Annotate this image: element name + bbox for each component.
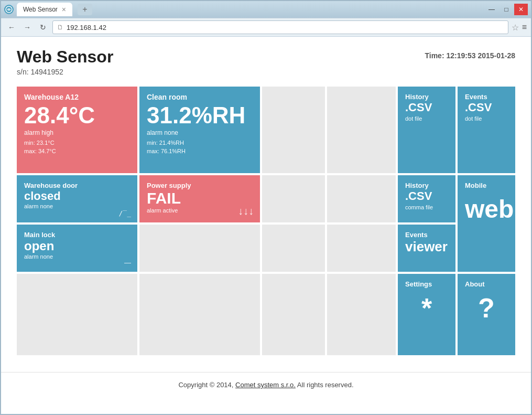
menu-icon[interactable]: ≡ xyxy=(522,23,527,32)
time-label: Time: xyxy=(425,51,444,60)
empty-cell-5 xyxy=(327,175,396,222)
events-csv-dot-value: .CSV xyxy=(465,101,508,114)
settings-icon: * xyxy=(405,292,448,324)
events-csv-dot-label: Events xyxy=(465,93,508,101)
title-bar: Web Sensor × + — □ ✕ xyxy=(1,1,531,18)
warehouse-door-alarm: alarm none xyxy=(24,203,130,209)
warehouse-a12-value: 28.4°C xyxy=(24,104,130,127)
new-tab-button[interactable]: + xyxy=(78,4,92,15)
mobile-web-value: web xyxy=(465,195,508,224)
settings-cell[interactable]: Settings* xyxy=(398,274,455,355)
browser-window: Web Sensor × + — □ ✕ ← → ↻ 🗋 192.168.1.4… xyxy=(0,0,532,415)
clean-room-value: 31.2%RH xyxy=(147,104,253,127)
about-icon: ? xyxy=(465,292,508,324)
empty-cell-1 xyxy=(262,87,325,173)
power-supply-value: FAIL xyxy=(147,189,253,207)
main-lock-alarm: alarm none xyxy=(24,253,130,260)
warehouse-a12-cell[interactable]: Warehouse A12 28.4°C alarm high min: 23.… xyxy=(17,87,137,173)
events-viewer-cell[interactable]: Events viewer xyxy=(398,225,455,272)
footer-link[interactable]: Comet system s.r.o. xyxy=(235,381,296,389)
history-csv-dot-cell[interactable]: History .CSV dot file xyxy=(398,87,455,173)
events-viewer-label: Events xyxy=(405,231,448,239)
about-label: About xyxy=(465,280,508,288)
empty-cell-bottom-1 xyxy=(17,274,137,355)
forward-button[interactable]: → xyxy=(21,21,34,34)
main-lock-icon: — xyxy=(124,259,131,267)
refresh-button[interactable]: ↻ xyxy=(37,21,49,34)
empty-cell-6 xyxy=(262,225,325,272)
warehouse-a12-alarm: alarm high xyxy=(24,129,130,136)
clean-room-alarm: alarm none xyxy=(147,129,253,136)
site-info: Web Sensor s/n: 14941952 xyxy=(17,47,113,76)
serial-number: 14941952 xyxy=(30,68,63,76)
site-title: Web Sensor xyxy=(17,47,113,67)
history-csv-dot-value: .CSV xyxy=(405,101,448,114)
address-text: 192.168.1.42 xyxy=(67,24,504,31)
time-display: Time: 12:19:53 2015-01-28 xyxy=(425,47,515,60)
main-lock-cell[interactable]: Main lock open alarm none — xyxy=(17,225,137,272)
history-csv-comma-value: .CSV xyxy=(405,189,448,203)
browser-icon xyxy=(4,5,14,14)
about-cell[interactable]: About? xyxy=(458,274,515,355)
minimize-button[interactable]: — xyxy=(485,4,498,15)
serial-label: s/n: xyxy=(17,68,29,76)
site-serial: s/n: 14941952 xyxy=(17,68,113,76)
empty-cell-bottom-2 xyxy=(139,274,260,355)
warehouse-door-label1: Warehouse door xyxy=(24,182,130,189)
warehouse-door-label2: closed xyxy=(24,189,130,203)
address-bar[interactable]: 🗋 192.168.1.42 xyxy=(52,20,508,34)
history-csv-comma-sub: comma file xyxy=(405,204,448,210)
clean-room-minmax: min: 21.4%RH max: 76.1%RH xyxy=(147,139,253,156)
warehouse-a12-min: min: 23.1°C max: 34.7°C xyxy=(24,139,130,156)
history-csv-dot-sub: dot file xyxy=(405,115,448,122)
events-csv-dot-sub: dot file xyxy=(465,115,508,122)
tab-title: Web Sensor xyxy=(23,6,58,13)
mobile-web-cell[interactable]: Mobile web xyxy=(458,175,515,272)
empty-cell-3 xyxy=(139,225,260,272)
events-csv-dot-cell[interactable]: Events .CSV dot file xyxy=(458,87,515,173)
power-supply-icon: ↓↓↓ xyxy=(238,205,254,217)
main-lock-label: Main lock xyxy=(24,231,130,239)
main-lock-value: open xyxy=(24,239,130,253)
history-csv-comma-label: History xyxy=(405,182,448,189)
page-header: Web Sensor s/n: 14941952 Time: 12:19:53 … xyxy=(17,47,515,76)
events-viewer-value: viewer xyxy=(405,239,448,255)
empty-cell-2 xyxy=(262,175,325,222)
settings-label: Settings xyxy=(405,280,448,288)
sensor-grid: Warehouse A12 28.4°C alarm high min: 23.… xyxy=(17,87,515,355)
clean-room-cell[interactable]: Clean room 31.2%RH alarm none min: 21.4%… xyxy=(139,87,260,173)
page-content: Web Sensor s/n: 14941952 Time: 12:19:53 … xyxy=(1,37,531,414)
empty-cell-4 xyxy=(327,87,396,173)
warehouse-door-cell[interactable]: Warehouse door closed alarm none /‾_ xyxy=(17,175,137,222)
nav-bar: ← → ↻ 🗋 192.168.1.42 ☆ ≡ xyxy=(1,18,531,37)
history-csv-dot-label: History xyxy=(405,93,448,101)
mobile-web-label: Mobile xyxy=(465,182,508,189)
empty-col4-row4 xyxy=(327,274,396,355)
bookmark-icon[interactable]: ☆ xyxy=(512,23,519,33)
tab-close-button[interactable]: × xyxy=(62,5,66,14)
back-button[interactable]: ← xyxy=(5,21,18,34)
browser-tab[interactable]: Web Sensor × xyxy=(17,3,72,16)
warehouse-a12-label: Warehouse A12 xyxy=(24,93,130,102)
footer-text-end: All rights reserved. xyxy=(297,381,354,389)
maximize-button[interactable]: □ xyxy=(500,4,513,15)
power-supply-label: Power supply xyxy=(147,182,253,189)
power-supply-alarm: alarm active xyxy=(147,207,253,214)
time-value: 12:19:53 2015-01-28 xyxy=(446,51,515,60)
warehouse-door-icon: /‾_ xyxy=(119,209,131,217)
window-controls: — □ ✕ xyxy=(485,4,528,15)
power-supply-cell[interactable]: Power supply FAIL alarm active ↓↓↓ xyxy=(139,175,260,222)
history-csv-comma-cell[interactable]: History .CSV comma file xyxy=(398,175,455,222)
empty-cell-7 xyxy=(327,225,396,272)
page-icon: 🗋 xyxy=(57,24,63,31)
footer-text: Copyright © 2014, xyxy=(178,381,233,389)
clean-room-label: Clean room xyxy=(147,93,253,102)
empty-cell-bottom-3 xyxy=(262,274,325,355)
close-button[interactable]: ✕ xyxy=(514,4,528,15)
page-footer: Copyright © 2014, Comet system s.r.o. Al… xyxy=(1,372,531,397)
